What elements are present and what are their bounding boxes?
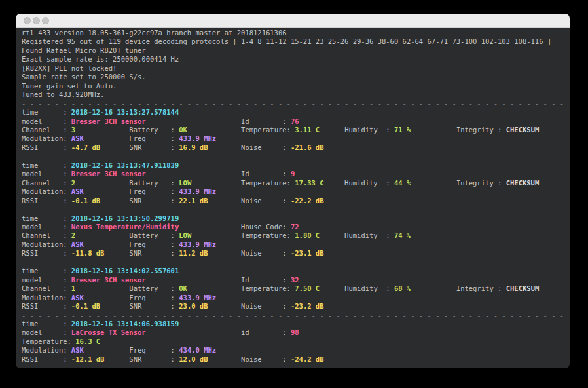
terminal-text: 433.9 MHz [179, 134, 216, 142]
terminal-text: 433.9 MHz [179, 241, 216, 248]
screen-background: rtl_433 version 18.05-361-g22cc97a branc… [0, 0, 588, 388]
terminal-text: Channel : [22, 284, 71, 292]
terminal-text: Temperature: [187, 284, 295, 292]
terminal-text: Id : [146, 276, 291, 284]
terminal-text: RSSI : [22, 249, 71, 257]
terminal-text: 76 [291, 117, 299, 125]
terminal-text: Battery : [75, 179, 179, 187]
terminal-text: ASK [71, 241, 84, 248]
terminal-text: Humidity : [324, 179, 394, 187]
terminal-line: Temperature: 16.3 C [22, 338, 570, 346]
terminal-text: 11.2 dB [179, 249, 208, 257]
terminal-text: Humidity : [320, 284, 394, 292]
terminal-text: Channel : [22, 179, 71, 187]
terminal-text: Noise : [208, 144, 291, 151]
terminal-text: Battery : [75, 284, 179, 292]
terminal-text: -12.1 dB [71, 355, 105, 363]
terminal-text: time : [22, 214, 71, 222]
terminal-text: time : [22, 320, 71, 328]
terminal-line: - - - - - - - - - - - - - - - - - - - - … [22, 100, 570, 108]
close-button[interactable] [24, 17, 31, 24]
terminal-text: 22.1 dB [179, 197, 208, 204]
terminal-text: 74 % [394, 231, 411, 239]
terminal-line: RSSI : -0.1 dB SNR : 22.1 dB Noise : -22… [22, 197, 570, 205]
terminal-text: Integrity : [411, 179, 505, 187]
terminal-text: time : [22, 267, 71, 275]
terminal-text: SNR : [100, 197, 179, 204]
terminal-text: 433.9 MHz [179, 294, 216, 301]
terminal-text: SNR : [100, 144, 179, 151]
terminal-text: 2018-12-16 13:14:06.938159 [71, 320, 179, 328]
terminal-text: -11.8 dB [71, 249, 105, 257]
terminal-text: Id : [146, 117, 291, 125]
terminal-text: 98 [291, 328, 299, 336]
terminal-line: RSSI : -11.8 dB SNR : 11.2 dB Noise : -2… [22, 249, 570, 258]
terminal-line: RSSI : -0.1 dB SNR : 23.0 dB Noise : -23… [22, 302, 570, 311]
terminal-text: Humidity : [320, 231, 394, 239]
terminal-text: Integrity : [411, 284, 505, 292]
terminal-text: Battery : [75, 126, 179, 134]
terminal-window: rtl_433 version 18.05-361-g22cc97a branc… [16, 14, 570, 368]
terminal-text: -24.2 dB [291, 355, 324, 363]
zoom-button[interactable] [42, 17, 49, 24]
terminal-text: 1.80 C [295, 231, 320, 239]
terminal-text: model : [22, 223, 71, 231]
terminal-text: SNR : [100, 302, 179, 310]
terminal-text: Modulation: [22, 187, 71, 195]
terminal-text: ASK [71, 134, 84, 142]
terminal-text: 17.33 C [295, 179, 323, 187]
terminal-line: Modulation: ASK Freq : 433.9 MHz [22, 187, 570, 196]
terminal-line: RSSI : -4.7 dB SNR : 16.9 dB Noise : -21… [22, 144, 570, 152]
terminal-text: 434.0 MHz [179, 346, 216, 354]
terminal-text: Bresser 3CH sensor [71, 276, 146, 284]
terminal-line: - - - - - - - - - - - - - - - - - - - - … [22, 258, 570, 267]
separator-dashes: - - - - - - - - - - - - - - - - - - - - … [22, 205, 568, 213]
terminal-text: CHECKSUM [506, 126, 540, 134]
separator-dashes: - - - - - - - - - - - - - - - - - - - - … [22, 100, 568, 107]
terminal-text: LOW [179, 179, 191, 187]
terminal-text: RSSI : [22, 197, 71, 204]
terminal-text: Tuned to 433.920MHz. [22, 90, 104, 98]
terminal-text: Registered 95 out of 119 device decoding… [22, 37, 551, 45]
terminal-text: 433.9 MHz [179, 187, 216, 195]
terminal-line: Tuned to 433.920MHz. [22, 90, 570, 99]
terminal-text: Humidity : [320, 126, 394, 134]
separator-dashes: - - - - - - - - - - - - - - - - - - - - … [22, 311, 568, 319]
terminal-text: Noise : [208, 302, 291, 310]
terminal-text: Modulation: [22, 294, 71, 301]
terminal-text: ASK [71, 346, 84, 354]
terminal-line: Modulation: ASK Freq : 433.9 MHz [22, 134, 570, 143]
terminal-text: ASK [71, 294, 84, 301]
terminal-line: Sample rate set to 250000 S/s. [22, 73, 570, 81]
terminal-line: Exact sample rate is: 250000.000414 Hz [22, 55, 570, 64]
terminal-text: 3.11 C [295, 126, 320, 134]
terminal-text: 71 % [394, 126, 411, 134]
terminal-line: Tuner gain set to Auto. [22, 82, 570, 90]
terminal-text: 16.9 dB [179, 144, 208, 151]
window-titlebar[interactable] [16, 14, 570, 28]
terminal-line: - - - - - - - - - - - - - - - - - - - - … [22, 311, 570, 320]
terminal-line: model : Bresser 3CH sensor Id : 32 [22, 276, 570, 284]
terminal-text: Noise : [208, 197, 291, 204]
terminal-text: 72 [291, 223, 299, 231]
terminal-line: Channel : 2 Battery : LOW Temperature: 1… [22, 231, 570, 240]
terminal-text: rtl_433 version 18.05-361-g22cc97a branc… [22, 29, 287, 37]
terminal-text: time : [22, 161, 71, 169]
terminal-text: Temperature: [191, 231, 295, 239]
terminal-line: Registered 95 out of 119 device decoding… [22, 37, 570, 46]
terminal-text: -4.7 dB [71, 144, 100, 151]
terminal-line: time : 2018-12-16 13:13:50.299719 [22, 214, 570, 223]
terminal-text: CHECKSUM [506, 179, 540, 187]
terminal-line: [R82XX] PLL not locked! [22, 64, 570, 73]
terminal-line: rtl_433 version 18.05-361-g22cc97a branc… [22, 29, 570, 37]
terminal-body: rtl_433 version 18.05-361-g22cc97a branc… [16, 28, 570, 368]
terminal-line: model : Bresser 3CH sensor Id : 9 [22, 170, 570, 178]
terminal-text: Bresser 3CH sensor [71, 170, 146, 178]
terminal-text: Id : [146, 170, 291, 178]
terminal-text: 32 [291, 276, 299, 284]
terminal-text: time : [22, 108, 71, 116]
terminal-text: LaCrosse TX Sensor [71, 328, 146, 336]
terminal-text: 44 % [394, 179, 411, 187]
minimize-button[interactable] [33, 17, 40, 24]
terminal-text: Temperature: [187, 126, 295, 134]
